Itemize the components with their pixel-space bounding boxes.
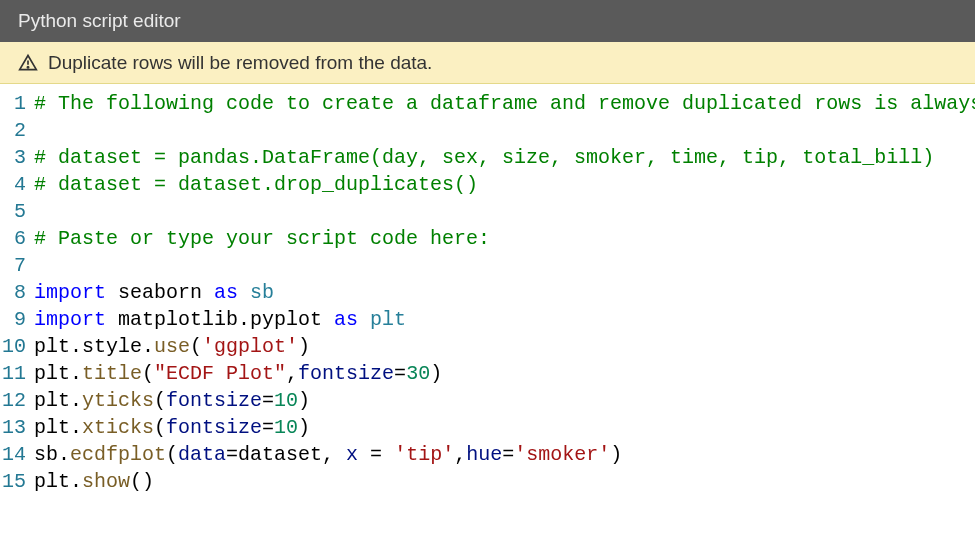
line-number: 15 [0,468,26,495]
code-line[interactable]: # dataset = pandas.DataFrame(day, sex, s… [34,144,975,171]
code-line[interactable]: sb.ecdfplot(data=dataset, x = 'tip',hue=… [34,441,975,468]
code-line[interactable]: import matplotlib.pyplot as plt [34,306,975,333]
code-token: = [394,362,406,385]
code-token: "ECDF Plot" [154,362,286,385]
code-token: 10 [274,389,298,412]
line-number: 10 [0,333,26,360]
code-token: = [262,416,274,439]
code-token: 'smoker' [514,443,610,466]
code-token: plt. [34,362,82,385]
code-token: show [82,470,130,493]
code-line[interactable]: plt.xticks(fontsize=10) [34,414,975,441]
code-token: plt. [34,389,82,412]
code-line[interactable]: # dataset = dataset.drop_duplicates() [34,171,975,198]
line-number: 1 [0,90,26,117]
code-token: plt.style. [34,335,154,358]
code-line[interactable]: plt.yticks(fontsize=10) [34,387,975,414]
code-token: =dataset, [226,443,346,466]
warning-text: Duplicate rows will be removed from the … [48,52,432,74]
code-line[interactable]: # The following code to create a datafra… [34,90,975,117]
code-token: sb [238,281,274,304]
svg-point-1 [27,66,28,67]
code-token: x [346,443,358,466]
code-token: # dataset = dataset.drop_duplicates() [34,173,478,196]
code-token: ( [142,362,154,385]
line-number: 12 [0,387,26,414]
code-token: = [358,443,394,466]
code-editor[interactable]: 123456789101112131415 # The following co… [0,84,975,495]
code-token: plt [358,308,406,331]
code-token: ) [298,335,310,358]
code-token: plt. [34,470,82,493]
line-number: 2 [0,117,26,144]
code-token: import [34,281,106,304]
code-token: = [262,389,274,412]
line-number: 7 [0,252,26,279]
code-line[interactable]: plt.style.use('ggplot') [34,333,975,360]
line-number: 11 [0,360,26,387]
code-token: import [34,308,106,331]
code-line[interactable]: # Paste or type your script code here: [34,225,975,252]
code-token: = [502,443,514,466]
titlebar-text: Python script editor [18,10,181,32]
code-token: # Paste or type your script code here: [34,227,490,250]
code-token: ( [190,335,202,358]
line-number-gutter: 123456789101112131415 [0,90,34,495]
code-token: sb. [34,443,70,466]
code-line[interactable]: plt.show() [34,468,975,495]
titlebar: Python script editor [0,0,975,42]
code-token: matplotlib.pyplot [106,308,334,331]
code-token: data [178,443,226,466]
code-line[interactable] [34,252,975,279]
code-token: 30 [406,362,430,385]
code-token: yticks [82,389,154,412]
warning-bar: Duplicate rows will be removed from the … [0,42,975,84]
code-token: () [130,470,154,493]
line-number: 6 [0,225,26,252]
warning-icon [18,53,38,73]
line-number: 8 [0,279,26,306]
code-token: , [286,362,298,385]
code-token: , [454,443,466,466]
code-token: plt. [34,416,82,439]
code-token: use [154,335,190,358]
code-token: as [214,281,238,304]
code-token: 'tip' [394,443,454,466]
code-token: fontsize [166,389,262,412]
line-number: 9 [0,306,26,333]
code-token: title [82,362,142,385]
code-token: 10 [274,416,298,439]
code-token: hue [466,443,502,466]
code-line[interactable]: plt.title("ECDF Plot",fontsize=30) [34,360,975,387]
code-token: # dataset = pandas.DataFrame(day, sex, s… [34,146,934,169]
code-token: ( [154,416,166,439]
code-line[interactable] [34,117,975,144]
line-number: 13 [0,414,26,441]
code-token: fontsize [166,416,262,439]
line-number: 3 [0,144,26,171]
code-line[interactable]: import seaborn as sb [34,279,975,306]
code-token: ( [154,389,166,412]
code-area[interactable]: # The following code to create a datafra… [34,90,975,495]
code-token: ) [298,389,310,412]
code-token: ecdfplot [70,443,166,466]
code-line[interactable] [34,198,975,225]
code-token: 'ggplot' [202,335,298,358]
line-number: 14 [0,441,26,468]
code-token: seaborn [106,281,214,304]
line-number: 4 [0,171,26,198]
code-token: fontsize [298,362,394,385]
code-token: xticks [82,416,154,439]
code-token: ) [430,362,442,385]
code-token: # The following code to create a datafra… [34,92,975,115]
code-token: ( [166,443,178,466]
code-token: ) [610,443,622,466]
code-token: ) [298,416,310,439]
line-number: 5 [0,198,26,225]
code-token: as [334,308,358,331]
